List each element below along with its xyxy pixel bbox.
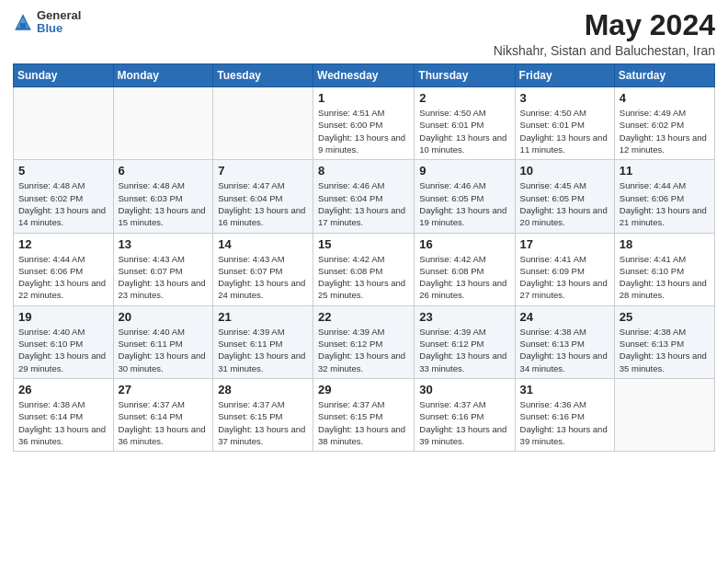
calendar-cell: 22Sunrise: 4:39 AMSunset: 6:12 PMDayligh…	[313, 305, 415, 378]
month-year: May 2024	[494, 9, 715, 41]
calendar-week-row: 19Sunrise: 4:40 AMSunset: 6:10 PMDayligh…	[14, 305, 715, 378]
calendar-cell: 8Sunrise: 4:46 AMSunset: 6:04 PMDaylight…	[313, 160, 415, 233]
calendar-cell: 25Sunrise: 4:38 AMSunset: 6:13 PMDayligh…	[614, 305, 714, 378]
day-info: Sunrise: 4:37 AMSunset: 6:15 PMDaylight:…	[318, 398, 409, 447]
calendar-cell: 29Sunrise: 4:37 AMSunset: 6:15 PMDayligh…	[313, 378, 415, 451]
calendar-cell: 12Sunrise: 4:44 AMSunset: 6:06 PMDayligh…	[14, 233, 114, 305]
day-info: Sunrise: 4:40 AMSunset: 6:11 PMDaylight:…	[119, 326, 209, 374]
day-info: Sunrise: 4:49 AMSunset: 6:02 PMDaylight:…	[620, 107, 710, 155]
day-number: 6	[119, 164, 209, 178]
day-number: 23	[419, 310, 509, 324]
day-info: Sunrise: 4:37 AMSunset: 6:16 PMDaylight:…	[419, 398, 509, 447]
header: General Blue May 2024 Nikshahr, Sistan a…	[13, 9, 715, 58]
calendar-cell: 30Sunrise: 4:37 AMSunset: 6:16 PMDayligh…	[415, 378, 515, 451]
calendar-cell: 31Sunrise: 4:36 AMSunset: 6:16 PMDayligh…	[515, 378, 614, 451]
day-info: Sunrise: 4:38 AMSunset: 6:13 PMDaylight:…	[620, 326, 710, 374]
day-number: 10	[520, 164, 609, 178]
col-header-friday: Friday	[515, 64, 614, 87]
logo-blue: Blue	[37, 21, 63, 35]
day-number: 19	[18, 310, 108, 324]
day-info: Sunrise: 4:46 AMSunset: 6:04 PMDaylight:…	[318, 179, 409, 228]
col-header-sunday: Sunday	[14, 64, 114, 87]
calendar-cell: 26Sunrise: 4:38 AMSunset: 6:14 PMDayligh…	[14, 378, 114, 451]
calendar-cell: 27Sunrise: 4:37 AMSunset: 6:14 PMDayligh…	[113, 378, 213, 451]
day-info: Sunrise: 4:39 AMSunset: 6:12 PMDaylight:…	[419, 326, 509, 374]
day-info: Sunrise: 4:41 AMSunset: 6:10 PMDaylight:…	[620, 253, 710, 302]
col-header-thursday: Thursday	[415, 64, 515, 87]
day-info: Sunrise: 4:48 AMSunset: 6:02 PMDaylight:…	[18, 179, 108, 228]
day-info: Sunrise: 4:42 AMSunset: 6:08 PMDaylight:…	[419, 253, 509, 302]
day-number: 28	[218, 383, 308, 396]
day-number: 5	[18, 164, 108, 178]
calendar-cell: 1Sunrise: 4:51 AMSunset: 6:00 PMDaylight…	[313, 87, 415, 160]
day-number: 25	[620, 310, 710, 324]
page: General Blue May 2024 Nikshahr, Sistan a…	[0, 0, 728, 563]
calendar-cell: 11Sunrise: 4:44 AMSunset: 6:06 PMDayligh…	[614, 160, 714, 233]
day-info: Sunrise: 4:50 AMSunset: 6:01 PMDaylight:…	[419, 107, 509, 155]
day-number: 7	[218, 164, 308, 178]
calendar-cell: 10Sunrise: 4:45 AMSunset: 6:05 PMDayligh…	[515, 160, 614, 233]
calendar-week-row: 5Sunrise: 4:48 AMSunset: 6:02 PMDaylight…	[14, 160, 715, 233]
calendar-cell: 4Sunrise: 4:49 AMSunset: 6:02 PMDaylight…	[614, 87, 714, 160]
logo-general: General	[37, 8, 81, 22]
col-header-wednesday: Wednesday	[313, 64, 415, 87]
calendar-cell: 17Sunrise: 4:41 AMSunset: 6:09 PMDayligh…	[515, 233, 614, 305]
day-info: Sunrise: 4:38 AMSunset: 6:13 PMDaylight:…	[520, 326, 609, 374]
calendar-cell: 6Sunrise: 4:48 AMSunset: 6:03 PMDaylight…	[113, 160, 213, 233]
calendar-week-row: 12Sunrise: 4:44 AMSunset: 6:06 PMDayligh…	[14, 233, 715, 305]
day-info: Sunrise: 4:40 AMSunset: 6:10 PMDaylight:…	[18, 326, 108, 374]
calendar-cell: 7Sunrise: 4:47 AMSunset: 6:04 PMDaylight…	[213, 160, 313, 233]
day-number: 11	[620, 164, 710, 178]
day-info: Sunrise: 4:44 AMSunset: 6:06 PMDaylight:…	[620, 179, 710, 228]
day-number: 2	[419, 91, 509, 105]
calendar-cell: 18Sunrise: 4:41 AMSunset: 6:10 PMDayligh…	[614, 233, 714, 305]
calendar-cell: 2Sunrise: 4:50 AMSunset: 6:01 PMDaylight…	[415, 87, 515, 160]
day-number: 4	[620, 91, 710, 105]
day-info: Sunrise: 4:36 AMSunset: 6:16 PMDaylight:…	[520, 398, 609, 447]
logo-icon	[13, 12, 33, 32]
logo: General Blue	[13, 9, 81, 36]
calendar-cell: 20Sunrise: 4:40 AMSunset: 6:11 PMDayligh…	[113, 305, 213, 378]
day-info: Sunrise: 4:41 AMSunset: 6:09 PMDaylight:…	[520, 253, 609, 302]
day-number: 15	[318, 237, 409, 251]
day-number: 8	[318, 164, 409, 178]
day-number: 20	[119, 310, 209, 324]
day-info: Sunrise: 4:39 AMSunset: 6:11 PMDaylight:…	[218, 326, 308, 374]
calendar-table: SundayMondayTuesdayWednesdayThursdayFrid…	[13, 63, 715, 452]
day-info: Sunrise: 4:51 AMSunset: 6:00 PMDaylight:…	[318, 107, 409, 155]
calendar-cell: 23Sunrise: 4:39 AMSunset: 6:12 PMDayligh…	[415, 305, 515, 378]
day-number: 18	[620, 237, 710, 251]
day-number: 1	[318, 91, 409, 105]
day-info: Sunrise: 4:50 AMSunset: 6:01 PMDaylight:…	[520, 107, 609, 155]
calendar-cell: 21Sunrise: 4:39 AMSunset: 6:11 PMDayligh…	[213, 305, 313, 378]
calendar-cell: 3Sunrise: 4:50 AMSunset: 6:01 PMDaylight…	[515, 87, 614, 160]
col-header-saturday: Saturday	[614, 64, 714, 87]
day-number: 3	[520, 91, 609, 105]
day-number: 9	[419, 164, 509, 178]
calendar-cell: 24Sunrise: 4:38 AMSunset: 6:13 PMDayligh…	[515, 305, 614, 378]
day-number: 17	[520, 237, 609, 251]
day-info: Sunrise: 4:39 AMSunset: 6:12 PMDaylight:…	[318, 326, 409, 374]
calendar-week-row: 1Sunrise: 4:51 AMSunset: 6:00 PMDaylight…	[14, 87, 715, 160]
calendar-cell: 15Sunrise: 4:42 AMSunset: 6:08 PMDayligh…	[313, 233, 415, 305]
calendar-cell: 9Sunrise: 4:46 AMSunset: 6:05 PMDaylight…	[415, 160, 515, 233]
calendar-cell	[14, 87, 114, 160]
day-number: 21	[218, 310, 308, 324]
calendar-cell	[213, 87, 313, 160]
calendar-cell: 14Sunrise: 4:43 AMSunset: 6:07 PMDayligh…	[213, 233, 313, 305]
calendar-header-row: SundayMondayTuesdayWednesdayThursdayFrid…	[14, 64, 715, 87]
day-number: 22	[318, 310, 409, 324]
day-number: 13	[119, 237, 209, 251]
calendar-cell	[113, 87, 213, 160]
col-header-monday: Monday	[113, 64, 213, 87]
day-info: Sunrise: 4:43 AMSunset: 6:07 PMDaylight:…	[218, 253, 308, 302]
day-info: Sunrise: 4:38 AMSunset: 6:14 PMDaylight:…	[18, 398, 108, 447]
calendar-week-row: 26Sunrise: 4:38 AMSunset: 6:14 PMDayligh…	[14, 378, 715, 451]
col-header-tuesday: Tuesday	[213, 64, 313, 87]
calendar-cell: 28Sunrise: 4:37 AMSunset: 6:15 PMDayligh…	[213, 378, 313, 451]
logo-text: General Blue	[37, 9, 81, 36]
day-number: 29	[318, 383, 409, 396]
day-number: 16	[419, 237, 509, 251]
day-number: 30	[419, 383, 509, 396]
calendar-cell: 13Sunrise: 4:43 AMSunset: 6:07 PMDayligh…	[113, 233, 213, 305]
